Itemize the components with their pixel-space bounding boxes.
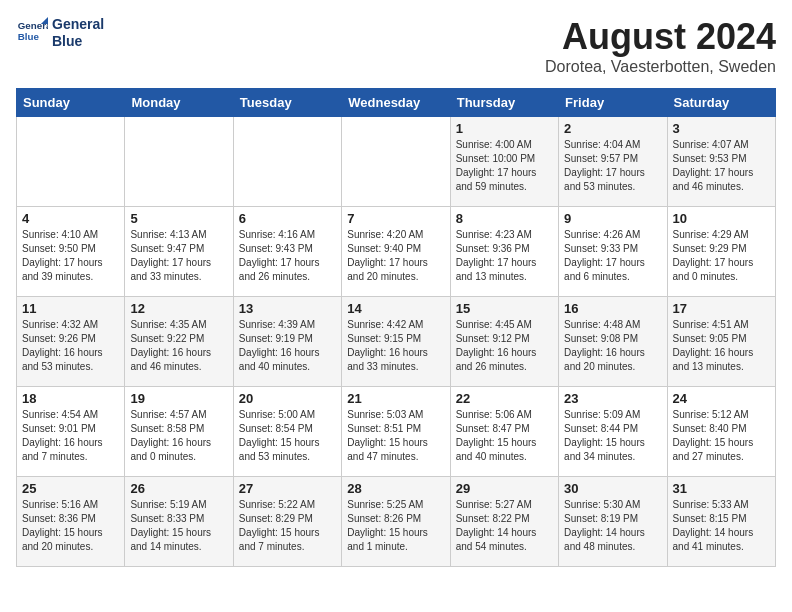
day-number: 17 [673,301,770,316]
calendar-cell: 6Sunrise: 4:16 AM Sunset: 9:43 PM Daylig… [233,207,341,297]
day-info: Sunrise: 4:42 AM Sunset: 9:15 PM Dayligh… [347,318,444,374]
day-number: 10 [673,211,770,226]
day-number: 6 [239,211,336,226]
subtitle: Dorotea, Vaesterbotten, Sweden [545,58,776,76]
day-number: 20 [239,391,336,406]
weekday-header-sunday: Sunday [17,89,125,117]
calendar-cell: 10Sunrise: 4:29 AM Sunset: 9:29 PM Dayli… [667,207,775,297]
day-number: 9 [564,211,661,226]
day-number: 15 [456,301,553,316]
logo-text: General [52,16,104,33]
weekday-header-row: SundayMondayTuesdayWednesdayThursdayFrid… [17,89,776,117]
calendar-cell [342,117,450,207]
calendar-cell: 2Sunrise: 4:04 AM Sunset: 9:57 PM Daylig… [559,117,667,207]
day-number: 11 [22,301,119,316]
calendar-cell: 8Sunrise: 4:23 AM Sunset: 9:36 PM Daylig… [450,207,558,297]
day-number: 16 [564,301,661,316]
day-info: Sunrise: 5:27 AM Sunset: 8:22 PM Dayligh… [456,498,553,554]
calendar-week-row: 25Sunrise: 5:16 AM Sunset: 8:36 PM Dayli… [17,477,776,567]
calendar-cell: 16Sunrise: 4:48 AM Sunset: 9:08 PM Dayli… [559,297,667,387]
calendar-cell: 14Sunrise: 4:42 AM Sunset: 9:15 PM Dayli… [342,297,450,387]
day-info: Sunrise: 4:07 AM Sunset: 9:53 PM Dayligh… [673,138,770,194]
weekday-header-saturday: Saturday [667,89,775,117]
day-info: Sunrise: 4:57 AM Sunset: 8:58 PM Dayligh… [130,408,227,464]
day-info: Sunrise: 4:10 AM Sunset: 9:50 PM Dayligh… [22,228,119,284]
day-number: 31 [673,481,770,496]
day-info: Sunrise: 5:06 AM Sunset: 8:47 PM Dayligh… [456,408,553,464]
day-number: 29 [456,481,553,496]
day-info: Sunrise: 5:12 AM Sunset: 8:40 PM Dayligh… [673,408,770,464]
page-header: General Blue General Blue August 2024 Do… [16,16,776,76]
calendar-cell: 13Sunrise: 4:39 AM Sunset: 9:19 PM Dayli… [233,297,341,387]
day-number: 28 [347,481,444,496]
svg-text:Blue: Blue [18,31,40,42]
day-number: 26 [130,481,227,496]
day-info: Sunrise: 4:29 AM Sunset: 9:29 PM Dayligh… [673,228,770,284]
day-number: 4 [22,211,119,226]
calendar-cell: 4Sunrise: 4:10 AM Sunset: 9:50 PM Daylig… [17,207,125,297]
calendar-cell: 11Sunrise: 4:32 AM Sunset: 9:26 PM Dayli… [17,297,125,387]
calendar-cell: 27Sunrise: 5:22 AM Sunset: 8:29 PM Dayli… [233,477,341,567]
calendar-cell: 20Sunrise: 5:00 AM Sunset: 8:54 PM Dayli… [233,387,341,477]
day-info: Sunrise: 4:16 AM Sunset: 9:43 PM Dayligh… [239,228,336,284]
day-number: 18 [22,391,119,406]
calendar-cell: 18Sunrise: 4:54 AM Sunset: 9:01 PM Dayli… [17,387,125,477]
day-number: 19 [130,391,227,406]
day-info: Sunrise: 5:09 AM Sunset: 8:44 PM Dayligh… [564,408,661,464]
day-number: 8 [456,211,553,226]
day-number: 13 [239,301,336,316]
calendar-cell: 22Sunrise: 5:06 AM Sunset: 8:47 PM Dayli… [450,387,558,477]
day-info: Sunrise: 4:26 AM Sunset: 9:33 PM Dayligh… [564,228,661,284]
day-info: Sunrise: 5:30 AM Sunset: 8:19 PM Dayligh… [564,498,661,554]
calendar-cell: 29Sunrise: 5:27 AM Sunset: 8:22 PM Dayli… [450,477,558,567]
title-area: August 2024 Dorotea, Vaesterbotten, Swed… [545,16,776,76]
calendar-cell [17,117,125,207]
day-number: 22 [456,391,553,406]
day-number: 21 [347,391,444,406]
calendar-table: SundayMondayTuesdayWednesdayThursdayFrid… [16,88,776,567]
day-number: 2 [564,121,661,136]
calendar-cell: 21Sunrise: 5:03 AM Sunset: 8:51 PM Dayli… [342,387,450,477]
calendar-cell: 23Sunrise: 5:09 AM Sunset: 8:44 PM Dayli… [559,387,667,477]
weekday-header-tuesday: Tuesday [233,89,341,117]
day-number: 23 [564,391,661,406]
day-info: Sunrise: 4:51 AM Sunset: 9:05 PM Dayligh… [673,318,770,374]
calendar-cell: 7Sunrise: 4:20 AM Sunset: 9:40 PM Daylig… [342,207,450,297]
logo-icon: General Blue [16,17,48,49]
day-info: Sunrise: 4:04 AM Sunset: 9:57 PM Dayligh… [564,138,661,194]
day-info: Sunrise: 4:00 AM Sunset: 10:00 PM Daylig… [456,138,553,194]
main-title: August 2024 [545,16,776,58]
day-number: 14 [347,301,444,316]
day-info: Sunrise: 5:22 AM Sunset: 8:29 PM Dayligh… [239,498,336,554]
calendar-cell: 17Sunrise: 4:51 AM Sunset: 9:05 PM Dayli… [667,297,775,387]
day-info: Sunrise: 5:16 AM Sunset: 8:36 PM Dayligh… [22,498,119,554]
logo-subtext: Blue [52,33,104,50]
day-info: Sunrise: 4:32 AM Sunset: 9:26 PM Dayligh… [22,318,119,374]
day-number: 27 [239,481,336,496]
day-info: Sunrise: 5:33 AM Sunset: 8:15 PM Dayligh… [673,498,770,554]
calendar-cell: 5Sunrise: 4:13 AM Sunset: 9:47 PM Daylig… [125,207,233,297]
day-info: Sunrise: 5:03 AM Sunset: 8:51 PM Dayligh… [347,408,444,464]
day-info: Sunrise: 4:13 AM Sunset: 9:47 PM Dayligh… [130,228,227,284]
calendar-week-row: 18Sunrise: 4:54 AM Sunset: 9:01 PM Dayli… [17,387,776,477]
day-info: Sunrise: 5:00 AM Sunset: 8:54 PM Dayligh… [239,408,336,464]
calendar-cell: 30Sunrise: 5:30 AM Sunset: 8:19 PM Dayli… [559,477,667,567]
calendar-cell: 1Sunrise: 4:00 AM Sunset: 10:00 PM Dayli… [450,117,558,207]
weekday-header-monday: Monday [125,89,233,117]
calendar-week-row: 1Sunrise: 4:00 AM Sunset: 10:00 PM Dayli… [17,117,776,207]
day-info: Sunrise: 4:45 AM Sunset: 9:12 PM Dayligh… [456,318,553,374]
calendar-cell: 19Sunrise: 4:57 AM Sunset: 8:58 PM Dayli… [125,387,233,477]
weekday-header-friday: Friday [559,89,667,117]
calendar-cell: 3Sunrise: 4:07 AM Sunset: 9:53 PM Daylig… [667,117,775,207]
calendar-week-row: 4Sunrise: 4:10 AM Sunset: 9:50 PM Daylig… [17,207,776,297]
calendar-cell: 25Sunrise: 5:16 AM Sunset: 8:36 PM Dayli… [17,477,125,567]
weekday-header-wednesday: Wednesday [342,89,450,117]
calendar-cell: 24Sunrise: 5:12 AM Sunset: 8:40 PM Dayli… [667,387,775,477]
calendar-cell: 26Sunrise: 5:19 AM Sunset: 8:33 PM Dayli… [125,477,233,567]
day-number: 30 [564,481,661,496]
calendar-cell [233,117,341,207]
day-number: 25 [22,481,119,496]
calendar-cell: 15Sunrise: 4:45 AM Sunset: 9:12 PM Dayli… [450,297,558,387]
day-info: Sunrise: 4:35 AM Sunset: 9:22 PM Dayligh… [130,318,227,374]
day-number: 1 [456,121,553,136]
